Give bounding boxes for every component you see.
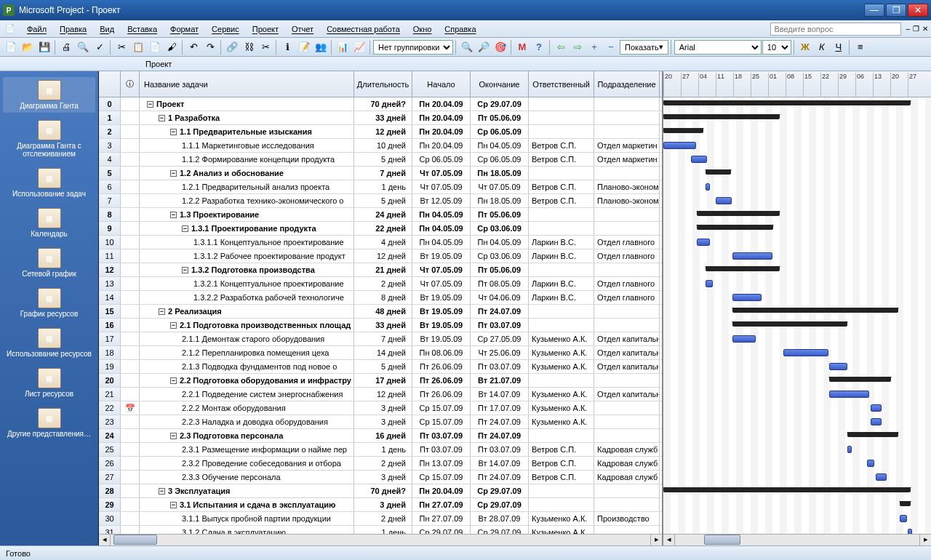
- row-number[interactable]: 24: [99, 429, 121, 442]
- end-cell[interactable]: Вт 28.07.09: [471, 512, 529, 525]
- task-row[interactable]: 141.3.2.2 Разработка рабочей технологиче…: [99, 291, 662, 305]
- task-name-cell[interactable]: −2.3 Подготовка персонала: [140, 429, 354, 442]
- responsible-cell[interactable]: Ветров С.П.: [529, 180, 594, 193]
- responsible-cell[interactable]: [529, 167, 594, 180]
- row-number[interactable]: 8: [99, 208, 121, 221]
- start-cell[interactable]: Пн 20.04.09: [412, 111, 471, 124]
- row-number[interactable]: 26: [99, 457, 121, 470]
- department-cell[interactable]: Отдел капитальн: [594, 346, 660, 359]
- end-cell[interactable]: Вт 14.07.09: [471, 388, 529, 401]
- department-cell[interactable]: Отдел главного: [594, 291, 660, 304]
- department-cell[interactable]: [594, 97, 660, 111]
- department-cell[interactable]: Отдел главного: [594, 277, 660, 290]
- duration-cell[interactable]: 3 дней: [354, 471, 412, 484]
- row-number[interactable]: 25: [99, 443, 121, 456]
- duration-cell[interactable]: 4 дней: [354, 236, 412, 249]
- start-cell[interactable]: Пн 20.04.09: [412, 139, 471, 152]
- row-info[interactable]: [121, 208, 140, 221]
- menu-Проект[interactable]: Проект: [246, 23, 285, 36]
- outline-toggle[interactable]: −: [170, 377, 177, 384]
- row-info[interactable]: [121, 360, 140, 373]
- gantt-bar[interactable]: [697, 239, 710, 246]
- row-info[interactable]: [121, 222, 140, 235]
- department-cell[interactable]: [594, 222, 660, 235]
- task-name-cell[interactable]: 1.1.1 Маркетинговые исследования: [140, 139, 354, 152]
- task-name-cell[interactable]: −1.1 Предварительные изыскания: [140, 125, 354, 138]
- col-start[interactable]: Начало: [412, 71, 471, 97]
- department-cell[interactable]: Кадровая служб: [594, 443, 660, 456]
- row-info[interactable]: [121, 429, 140, 442]
- start-cell[interactable]: Пн 04.05.09: [412, 236, 471, 249]
- row-info[interactable]: [121, 97, 140, 111]
- start-cell[interactable]: Ср 15.07.09: [412, 415, 471, 428]
- responsible-cell[interactable]: Кузьменко А.К.: [529, 346, 594, 359]
- task-name-cell[interactable]: 2.2.3 Наладка и доводка оборудования: [140, 415, 354, 428]
- end-cell[interactable]: Ср 06.05.09: [471, 125, 529, 138]
- department-cell[interactable]: Кадровая служб: [594, 457, 660, 470]
- showhide-button[interactable]: +: [586, 39, 602, 55]
- department-cell[interactable]: [594, 305, 660, 318]
- duration-cell[interactable]: 10 дней: [354, 139, 412, 152]
- task-row[interactable]: 182.1.2 Перепланировка помещения цеха14 …: [99, 346, 662, 360]
- duration-cell[interactable]: 5 дней: [354, 194, 412, 207]
- collapse-button[interactable]: −: [603, 39, 619, 55]
- task-name-cell[interactable]: 1.3.1.1 Концептуальное проектирование: [140, 236, 354, 249]
- end-cell[interactable]: Ср 03.06.09: [471, 222, 529, 235]
- gantt-bar[interactable]: [876, 473, 887, 481]
- gantt-bar[interactable]: [867, 460, 874, 467]
- row-info[interactable]: [121, 291, 140, 304]
- responsible-cell[interactable]: [529, 222, 594, 235]
- responsible-cell[interactable]: Кузьменко А.К.: [529, 512, 594, 525]
- end-cell[interactable]: Ср 06.05.09: [471, 153, 529, 166]
- task-row[interactable]: 313.1.2 Сдача в эксплуатацию1 деньСр 29.…: [99, 526, 662, 534]
- responsible-cell[interactable]: [529, 484, 594, 497]
- row-info[interactable]: [121, 471, 140, 484]
- start-cell[interactable]: Пн 04.05.09: [412, 222, 471, 235]
- task-name-cell[interactable]: 2.3.2 Проведение собеседования и отбора: [140, 457, 354, 470]
- row-number[interactable]: 13: [99, 277, 121, 290]
- row-info[interactable]: [121, 457, 140, 470]
- outline-toggle[interactable]: −: [170, 129, 177, 135]
- note-button[interactable]: 📝: [296, 39, 312, 55]
- start-cell[interactable]: Пт 26.06.09: [412, 374, 471, 387]
- task-row[interactable]: 192.1.3 Подводка фундаментов под новое о…: [99, 360, 662, 374]
- task-name-cell[interactable]: 2.2.2 Монтаж оборудования: [140, 401, 354, 415]
- row-info[interactable]: [121, 319, 140, 332]
- task-name-cell[interactable]: 2.3.3 Обучение персонала: [140, 471, 354, 484]
- row-number[interactable]: 30: [99, 512, 121, 525]
- task-name-cell[interactable]: 1.3.1.2 Рабочее проектирование продукт: [140, 249, 354, 263]
- task-row[interactable]: 262.3.2 Проведение собеседования и отбор…: [99, 457, 662, 471]
- row-number[interactable]: 31: [99, 526, 121, 534]
- copy-button[interactable]: 📋: [130, 39, 146, 55]
- outline-toggle[interactable]: −: [182, 267, 188, 273]
- responsible-cell[interactable]: Кузьменко А.К.: [529, 415, 594, 428]
- task-name-cell[interactable]: −2.1 Подготовка производственных площад: [140, 319, 354, 332]
- task-row[interactable]: 61.2.1 Предварительный анализ проекта1 д…: [99, 180, 662, 194]
- responsible-cell[interactable]: [529, 125, 594, 138]
- gantt-bar[interactable]: [829, 391, 869, 398]
- department-cell[interactable]: [594, 167, 660, 180]
- sidebar-item-6[interactable]: ▦Использование ресурсов: [3, 325, 95, 361]
- row-info[interactable]: [121, 388, 140, 401]
- task-name-cell[interactable]: −1.3 Проектирование: [140, 208, 354, 221]
- task-row[interactable]: 1−1 Разработка33 днейПн 20.04.09Пт 05.06…: [99, 111, 662, 125]
- duration-cell[interactable]: 7 дней: [354, 167, 412, 180]
- task-name-cell[interactable]: 1.3.2.2 Разработка рабочей технологиче: [140, 291, 354, 304]
- col-rownum[interactable]: [99, 71, 121, 97]
- start-cell[interactable]: Вт 19.05.09: [412, 319, 471, 332]
- end-cell[interactable]: Чт 25.06.09: [471, 346, 529, 359]
- responsible-cell[interactable]: Кузьменко А.К.: [529, 401, 594, 415]
- end-cell[interactable]: Пн 18.05.09: [471, 194, 529, 207]
- responsible-cell[interactable]: Ветров С.П.: [529, 139, 594, 152]
- task-row[interactable]: 15−2 Реализация48 днейВт 19.05.09Пт 24.0…: [99, 305, 662, 319]
- row-info[interactable]: [121, 125, 140, 138]
- sidebar-item-8[interactable]: ▦Другие представления…: [3, 405, 95, 441]
- start-cell[interactable]: Пн 20.04.09: [412, 484, 471, 497]
- gantt-bar[interactable]: [829, 363, 847, 370]
- gantt-bar[interactable]: [908, 529, 912, 534]
- responsible-cell[interactable]: [529, 319, 594, 332]
- department-cell[interactable]: [594, 374, 660, 387]
- gantt-bar[interactable]: [697, 225, 773, 230]
- indent-button[interactable]: ⇨: [570, 39, 586, 55]
- task-row[interactable]: 12−1.3.2 Подготовка производства21 днейЧ…: [99, 263, 662, 277]
